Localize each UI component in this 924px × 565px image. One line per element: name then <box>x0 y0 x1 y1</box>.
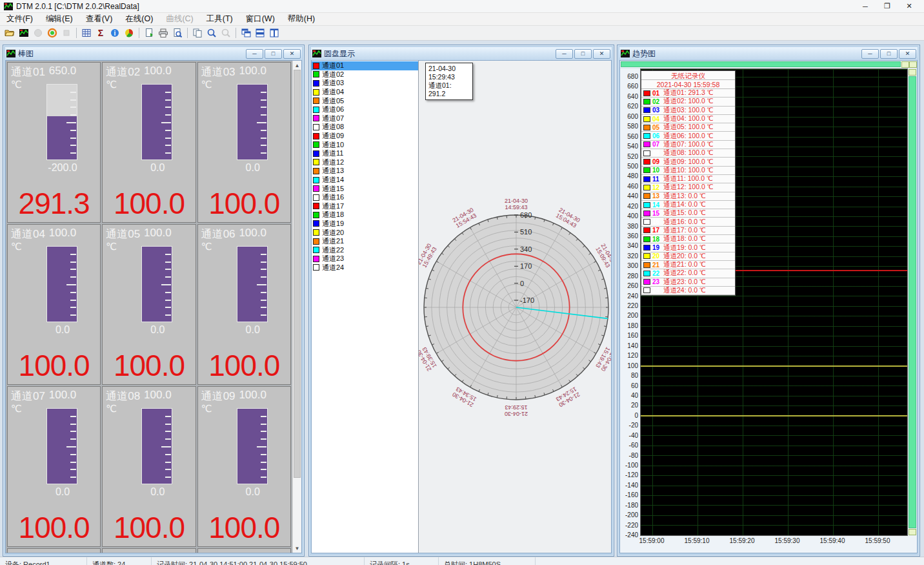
scroll-up-icon[interactable]: ▲ <box>293 61 301 70</box>
channel-list-item[interactable]: 通道06 <box>312 105 418 114</box>
trend-vscrollbar-thumb[interactable] <box>909 76 916 528</box>
trend-hscrollbar-thumb[interactable] <box>621 61 901 67</box>
trend-x-axis: 15:59:0015:59:1015:59:2015:59:3015:59:40… <box>620 536 917 546</box>
info-circle-icon[interactable]: i <box>108 26 122 39</box>
channel-color-swatch <box>313 71 319 77</box>
channel-list-item[interactable]: 通道15 <box>312 184 418 193</box>
y-tick-label: 660 <box>627 83 638 90</box>
trend-window-title: 趋势图 <box>632 48 656 59</box>
channel-list-item[interactable]: 通道22 <box>312 245 418 254</box>
hscroll-left-button[interactable] <box>901 61 909 68</box>
channel-list-item[interactable]: 通道10 <box>312 140 418 149</box>
trend-minimize-button[interactable]: ─ <box>861 49 879 59</box>
bar-window-titlebar[interactable]: 棒图 ─ □ ✕ <box>5 47 302 60</box>
polar-close-button[interactable]: ✕ <box>593 49 610 59</box>
pie-chart-icon[interactable] <box>122 26 136 39</box>
channel-list-item[interactable]: 通道05 <box>312 96 418 105</box>
bar-scrollbar-thumb[interactable] <box>294 70 301 478</box>
gauge-tick <box>165 254 171 255</box>
bar-gauge-cell: 通道01650.0℃-200.0291.3 <box>7 62 101 223</box>
channel-list-item[interactable]: 通道09 <box>312 132 418 141</box>
copy-pages-icon[interactable] <box>190 26 205 39</box>
channel-color-swatch <box>313 107 319 113</box>
trend-vscrollbar[interactable] <box>908 68 917 536</box>
channel-list-item[interactable]: 通道01 <box>312 61 418 70</box>
bar-close-button[interactable]: ✕ <box>283 49 301 59</box>
open-folder-icon[interactable] <box>3 26 17 39</box>
legend-channel-number: 17 <box>652 227 663 234</box>
close-button[interactable]: ✕ <box>898 0 920 13</box>
legend-color-swatch <box>643 159 650 165</box>
vscroll-down-button[interactable] <box>909 529 916 535</box>
channel-list-item[interactable]: 通道03 <box>312 79 418 88</box>
realtime-chart-icon[interactable] <box>17 26 31 39</box>
menu-item-7[interactable]: 窗口(W) <box>239 12 281 26</box>
channel-list-item[interactable]: 通道18 <box>312 211 418 220</box>
channel-list-item[interactable]: 通道14 <box>312 176 418 185</box>
menu-item-1[interactable]: 文件(F) <box>0 12 39 26</box>
channel-list-item[interactable]: 通道11 <box>312 149 418 158</box>
cascade-windows-icon[interactable] <box>239 26 253 39</box>
trend-close-button[interactable]: ✕ <box>899 49 916 59</box>
hscroll-right-button[interactable] <box>909 61 917 68</box>
polar-maximize-button[interactable]: □ <box>574 49 592 59</box>
status-field: 记录时间: 21-04-30 14:51:00 21-04-30 15:59:5… <box>152 557 365 565</box>
trend-window-titlebar[interactable]: 趋势图 ─ □ ✕ <box>619 47 918 60</box>
channel-list-item[interactable]: 通道23 <box>312 254 418 263</box>
channel-list-item[interactable]: 通道13 <box>312 167 418 176</box>
printer-icon[interactable] <box>156 26 170 39</box>
y-tick-label: 560 <box>627 133 638 140</box>
menu-item-3[interactable]: 查看(V) <box>79 12 119 26</box>
channel-list-item[interactable]: 通道19 <box>312 220 418 229</box>
legend-color-swatch <box>643 141 650 147</box>
vscroll-up-button[interactable] <box>909 69 916 76</box>
legend-channel-number: 15 <box>652 210 663 217</box>
trend-hscrollbar[interactable] <box>620 61 917 68</box>
channel-list-item[interactable]: 通道21 <box>312 237 418 246</box>
zoom-magnifier-icon[interactable] <box>205 26 219 39</box>
legend-color-swatch <box>643 185 650 190</box>
bar-scrollbar[interactable]: ▲ ▼ <box>292 61 301 553</box>
unit-label: ℃ <box>11 241 22 252</box>
legend-row: 15通道15: 0.0 ℃ <box>641 209 735 218</box>
legend-channel-number: 22 <box>652 270 663 277</box>
sigma-stats-icon[interactable]: Σ <box>94 26 108 39</box>
channel-list-item[interactable]: 通道02 <box>312 70 418 79</box>
scroll-down-icon[interactable]: ▼ <box>293 544 301 553</box>
menu-item-6[interactable]: 工具(T) <box>200 12 239 26</box>
tile-vertical-icon[interactable] <box>267 26 281 39</box>
export-page-icon[interactable] <box>142 26 156 39</box>
channel-color-swatch <box>313 229 319 236</box>
menu-item-2[interactable]: 编辑(E) <box>39 12 79 26</box>
record-circle-icon[interactable] <box>45 26 59 39</box>
toolbar: Σi <box>0 26 924 41</box>
menu-item-4[interactable]: 在线(O) <box>119 12 159 26</box>
print-preview-icon[interactable] <box>170 26 185 39</box>
polar-window-titlebar[interactable]: 圆盘显示 ─ □ ✕ <box>311 47 612 60</box>
restore-button[interactable]: ❐ <box>876 0 898 13</box>
minimize-button[interactable]: ─ <box>854 0 876 13</box>
channel-list-item[interactable]: 通道20 <box>312 228 418 237</box>
svg-text:0: 0 <box>520 280 524 287</box>
trend-maximize-button[interactable]: □ <box>880 49 898 59</box>
y-tick-label: 180 <box>627 322 638 329</box>
channel-list-item[interactable]: 通道17 <box>312 202 418 211</box>
bar-minimize-button[interactable]: ─ <box>246 49 263 59</box>
channel-list-item[interactable]: 通道12 <box>312 158 418 167</box>
tile-horizontal-icon[interactable] <box>253 26 267 39</box>
polar-minimize-button[interactable]: ─ <box>556 49 573 59</box>
bar-window-icon <box>6 50 15 57</box>
channel-list-item[interactable]: 通道04 <box>312 88 418 97</box>
legend-channel-value: 通道01: 291.3 ℃ <box>663 88 713 98</box>
data-table-icon[interactable] <box>79 26 94 39</box>
channel-list-item[interactable]: 通道08 <box>312 123 418 132</box>
channel-list-item[interactable]: 通道24 <box>312 263 418 272</box>
bar-gauge-cell: 通道09100.0℃0.0100.0 <box>197 386 291 547</box>
legend-color-swatch <box>643 133 650 139</box>
menu-item-8[interactable]: 帮助(H) <box>281 12 321 26</box>
bar-maximize-button[interactable]: □ <box>265 49 282 59</box>
channel-list-item[interactable]: 通道07 <box>312 114 418 123</box>
channel-color-swatch <box>313 150 319 157</box>
channel-list-item[interactable]: 通道16 <box>312 193 418 202</box>
gauge-tick <box>165 431 171 432</box>
